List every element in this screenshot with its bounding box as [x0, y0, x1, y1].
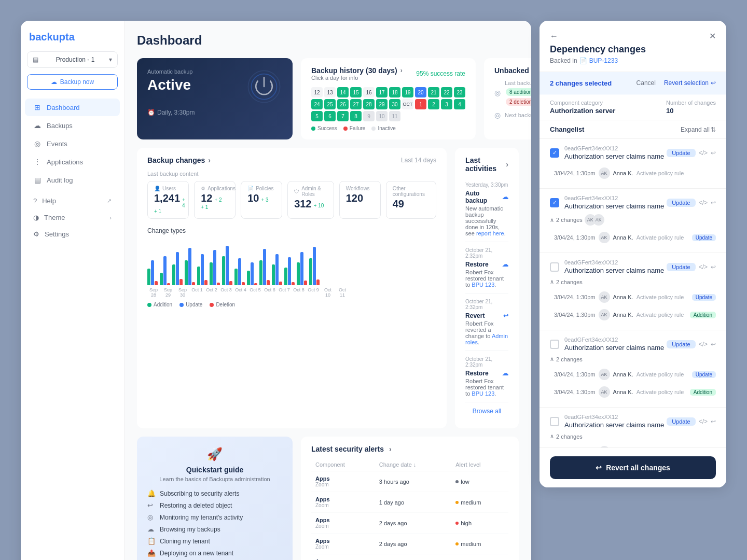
revert-all-changes-button[interactable]: ↩ Revert all changes	[550, 456, 716, 479]
sub-avatar: AK	[593, 214, 604, 226]
browse-all-button[interactable]: Browse all	[465, 402, 508, 420]
sub-changes-toggle[interactable]: ∧ 2 changes AK AK	[550, 214, 716, 226]
report-link[interactable]: report here	[476, 230, 504, 236]
inactive-dot	[371, 127, 376, 131]
bar-group	[222, 246, 232, 285]
revert-icon-5[interactable]: ↩	[711, 418, 716, 425]
change-group-4: 0eadGFert34exXX12 Authorization server c…	[540, 330, 726, 408]
qs-item-browse-backups[interactable]: ☁ Browsing my backups	[147, 525, 282, 533]
group-2-checkbox[interactable]: ✓	[550, 198, 559, 207]
dep-meta: Component category Authorization server …	[540, 94, 726, 120]
quickstart-subtitle: Learn the basics of Backupta administrat…	[147, 476, 282, 482]
bpu-link-1[interactable]: BPU 123	[472, 282, 494, 288]
qs-item-deploy[interactable]: 📤 Deploying on a new tenant	[147, 549, 282, 557]
revert-activity-icon: ↩	[503, 312, 508, 319]
calendar-grid: 12 13 14 15 16 17 18 19 20 21 22 23	[311, 87, 465, 121]
top-row: Automatic backup Active ⏰ Daily, 3:30pm	[137, 58, 519, 139]
external-link-icon: ↗	[107, 198, 112, 204]
last-activities-card: Last activities › Yesterday, 3:30pm Auto…	[455, 148, 519, 428]
bar-group	[234, 258, 245, 285]
group-5-checkbox[interactable]	[550, 417, 559, 426]
arrow-icon: ›	[208, 156, 211, 164]
group-3-checkbox[interactable]	[550, 262, 559, 272]
revert-selection-button[interactable]: Revert selection ↩	[664, 79, 716, 87]
bar-group	[284, 257, 295, 285]
close-button[interactable]: ✕	[709, 31, 716, 41]
update-badge-3: Update	[667, 263, 695, 271]
update-badge-5: Update	[667, 417, 695, 426]
back-button[interactable]: ←	[550, 32, 558, 41]
addition-bar	[309, 258, 312, 285]
logo-accent: back	[29, 31, 53, 43]
sub-avatar: AK	[599, 232, 610, 243]
arrow-icon: ›	[400, 67, 403, 74]
sidebar-item-help[interactable]: ? Help ↗	[25, 193, 120, 209]
unbacked-events-list: ◎ Last backup: Yesterday 3:30pm 8 additi…	[494, 80, 531, 119]
update-bar	[176, 252, 179, 285]
app-stat-icon: ⚙	[201, 186, 205, 191]
revert-icon-2[interactable]: ↩	[711, 199, 716, 206]
deletion-bar	[192, 282, 195, 285]
backup-schedule: ⏰ Daily, 3:30pm	[147, 109, 282, 116]
code-icon-2[interactable]: </>	[699, 199, 708, 206]
user-stat-icon: 👤	[154, 186, 160, 191]
sidebar-item-backups[interactable]: ☁ Backups	[25, 117, 120, 134]
group-4-checkbox[interactable]	[550, 340, 559, 349]
rocket-icon: 🚀	[147, 447, 282, 461]
security-table: Component Change date ↓ Alert level Apps…	[311, 458, 508, 560]
update-bar	[151, 260, 154, 285]
sidebar-item-theme[interactable]: ◑ Theme ›	[25, 209, 120, 226]
qs-item-clone[interactable]: 📋 Cloning my tenant	[147, 537, 282, 545]
qs-item-monitor[interactable]: ◎ Monitoring my tenant's activity	[147, 513, 282, 521]
addition-bar	[297, 262, 300, 285]
backup-status-card: Automatic backup Active ⏰ Daily, 3:30pm	[137, 58, 293, 139]
group-1-checkbox[interactable]: ✓	[550, 148, 559, 158]
sub-changes-toggle-4[interactable]: ∧ 2 changes	[550, 356, 716, 362]
sidebar-section-2: ? Help ↗ ◑ Theme › ⚙	[21, 193, 124, 242]
deletion-bar	[155, 281, 158, 285]
bar-group	[185, 248, 195, 285]
sub-changes-toggle-5[interactable]: ∧ 2 changes	[550, 433, 716, 440]
bar-group	[259, 249, 270, 285]
sub-changes-toggle-3[interactable]: ∧ 2 changes	[550, 278, 716, 285]
qs-item-restore[interactable]: ↩ Restoring a deleted object	[147, 501, 282, 509]
sidebar-item-settings[interactable]: ⚙ Settings	[25, 226, 120, 242]
security-alerts-title: Latest security alerts ›	[311, 445, 508, 453]
code-icon-4[interactable]: </>	[699, 341, 708, 348]
environment-selector[interactable]: ▤ Production - 1 ▾	[27, 51, 118, 68]
backup-now-button[interactable]: ☁ Backup now	[27, 74, 118, 90]
alert-level-dot	[455, 480, 459, 483]
qs-item-security-alerts[interactable]: 🔔 Subscribing to security alerts	[147, 489, 282, 497]
deletion-bar	[267, 280, 270, 285]
cancel-button[interactable]: Cancel	[632, 77, 660, 89]
table-row: AppsZoom 3 hours ago low	[311, 471, 508, 492]
bpu-link-2[interactable]: BPU 123	[472, 390, 494, 397]
alert-level-dot	[455, 542, 459, 545]
col-alert-level: Alert level	[451, 458, 508, 471]
sidebar-item-dashboard[interactable]: ⊞ Dashboard	[25, 99, 120, 116]
code-icon-5[interactable]: </>	[699, 418, 708, 425]
failure-dot	[343, 127, 348, 131]
bar-group	[309, 247, 320, 285]
revert-icon-4[interactable]: ↩	[711, 341, 716, 348]
logo-rest: upta	[53, 31, 75, 43]
sidebar-item-events[interactable]: ◎ Events	[25, 135, 120, 152]
bottom-row: 🚀 Quickstart guide Learn the basics of B…	[137, 437, 519, 560]
revert-icon-1[interactable]: ↩	[711, 149, 716, 157]
sub-avatar: AK	[599, 167, 610, 179]
deletion-bar	[316, 279, 320, 285]
sub-change-item: 3/04/24, 1:30pm AK Anna K. Activate poli…	[550, 288, 716, 306]
changelist: ✓ 0eadGFert34exXX12 Authorization server…	[540, 139, 726, 447]
expand-all-button[interactable]: Expand all ⇅	[681, 126, 716, 133]
bup-link[interactable]: BUP-1233	[589, 57, 618, 64]
revert-icon-3[interactable]: ↩	[711, 263, 716, 271]
sub-avatar: AK	[599, 309, 610, 320]
sidebar-item-audit-log[interactable]: ▤ Audit log	[25, 171, 120, 189]
code-icon-1[interactable]: </>	[699, 149, 708, 157]
change-group-1: ✓ 0eadGFert34exXX12 Authorization server…	[540, 139, 726, 189]
sidebar-item-applications[interactable]: ⋮ Applications	[25, 153, 120, 171]
code-icon-3[interactable]: </>	[699, 263, 708, 271]
admin-roles-link[interactable]: Admin roles	[465, 333, 508, 345]
bar-group	[210, 250, 220, 285]
server-icon: ▤	[33, 56, 38, 63]
